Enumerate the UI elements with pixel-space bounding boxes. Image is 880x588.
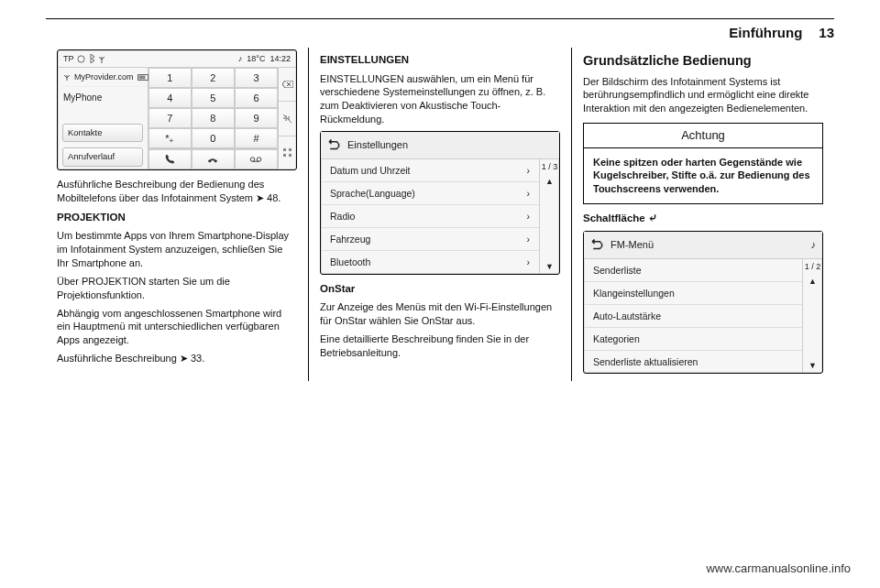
column-3: Grundsätzliche Bedienung Der Bildschirm … — [571, 48, 834, 381]
signal-icon — [77, 55, 85, 63]
chevron-right-icon: › — [527, 210, 531, 223]
fm-scrollbar[interactable]: 1 / 2 ▲ ▼ — [802, 259, 822, 374]
heading-schaltflaeche: Schaltfläche ⤶ — [583, 212, 823, 226]
phone-right-strip — [278, 68, 296, 169]
chevron-right-icon: › — [527, 256, 531, 268]
keypad-toggle-icon[interactable] — [279, 136, 296, 169]
key-1[interactable]: 1 — [148, 68, 192, 88]
page-indicator: 1 / 2 — [805, 259, 821, 274]
bluetooth-icon — [88, 54, 95, 63]
fm-item-kategorien[interactable]: Kategorien — [584, 328, 802, 351]
antenna-icon — [98, 54, 105, 63]
clock: 14:22 — [270, 53, 291, 64]
settings-item-bluetooth[interactable]: Bluetooth› — [321, 251, 539, 273]
settings-title: Einstellungen — [347, 138, 408, 152]
fm-item-klang[interactable]: Klangeinstellungen — [584, 282, 802, 305]
voicemail-button[interactable] — [235, 149, 278, 169]
key-7[interactable]: 7 — [148, 108, 192, 128]
contacts-button[interactable]: Kontakte — [62, 124, 143, 143]
temperature: 18°C — [247, 53, 265, 64]
page-number: 13 — [819, 25, 834, 40]
provider-label: MyProvider.com — [74, 71, 134, 82]
tp-indicator: TP — [63, 53, 74, 64]
key-4[interactable]: 4 — [148, 88, 192, 108]
footer-url: www.carmanualsonline.info — [706, 561, 851, 575]
heading-onstar: OnStar — [320, 282, 560, 297]
svg-point-4 — [251, 158, 255, 161]
column-2: EINSTELLUNGEN EINSTELLUNGEN auswählen, u… — [308, 48, 571, 381]
notice-body: Keine spitzen oder harten Gegenstände wi… — [584, 148, 822, 204]
chevron-right-icon: › — [527, 233, 531, 245]
svg-point-5 — [258, 158, 261, 161]
heading-einstellungen: EINSTELLUNGEN — [320, 53, 560, 68]
mute-icon[interactable] — [279, 102, 296, 136]
fm-item-autolaut[interactable]: Auto-Lautstärke — [584, 305, 802, 328]
settings-title-bar: ⮌ Einstellungen — [321, 132, 559, 159]
settings-item-label: Bluetooth — [330, 256, 370, 268]
svg-rect-8 — [283, 154, 286, 157]
col3-para1: Der Bildschirm des Infotainment Systems … — [583, 75, 823, 116]
chevron-right-icon: › — [527, 164, 531, 177]
fm-title-bar: ⮌ FM-Menü ♪ — [584, 232, 822, 259]
key-2[interactable]: 2 — [192, 68, 235, 88]
scroll-down-icon[interactable]: ▼ — [808, 358, 817, 373]
page-indicator: 1 / 3 — [542, 159, 558, 174]
phone-name: MyPhone — [58, 87, 148, 120]
chevron-right-icon: › — [527, 187, 531, 200]
page-header: Einführung 13 — [46, 19, 834, 48]
settings-item-language[interactable]: Sprache(Language)› — [321, 182, 539, 205]
key-0[interactable]: 0 — [192, 128, 235, 148]
fm-item-label: Senderliste — [593, 264, 642, 277]
key-hash[interactable]: # — [235, 128, 278, 148]
settings-item-datetime[interactable]: Datum und Uhrzeit› — [321, 159, 539, 182]
settings-item-label: Radio — [330, 210, 355, 223]
phone-body: MyProvider.com MyPhone Kontakte Anrufver… — [58, 68, 296, 169]
keypad: 1 2 3 4 5 6 7 8 9 *₊ 0 # — [148, 68, 278, 148]
col1-para2: Um bestimmte Apps von Ihrem Smartphone-D… — [57, 229, 297, 270]
key-6[interactable]: 6 — [235, 88, 278, 108]
settings-item-label: Datum und Uhrzeit — [330, 164, 411, 177]
settings-item-radio[interactable]: Radio› — [321, 205, 539, 228]
back-icon[interactable]: ⮌ — [327, 136, 340, 154]
key-star[interactable]: *₊ — [148, 128, 192, 148]
fm-title: FM-Menü — [610, 238, 654, 252]
key-5[interactable]: 5 — [192, 88, 235, 108]
fm-item-senderliste[interactable]: Senderliste — [584, 259, 802, 282]
settings-scrollbar[interactable]: 1 / 3 ▲ ▼ — [539, 159, 559, 274]
settings-item-label: Fahrzeug — [330, 233, 370, 245]
svg-rect-9 — [289, 154, 292, 157]
scroll-down-icon[interactable]: ▼ — [545, 259, 554, 274]
fm-item-aktualisieren[interactable]: Senderliste aktualisieren — [584, 351, 802, 373]
provider-row: MyProvider.com — [58, 68, 148, 87]
phone-left-pane: MyProvider.com MyPhone Kontakte Anrufver… — [58, 68, 148, 169]
call-history-button[interactable]: Anrufverlauf — [62, 147, 143, 167]
heading-projektion: PROJEKTION — [57, 211, 297, 225]
notice-title: Achtung — [584, 124, 822, 148]
hangup-button[interactable] — [192, 149, 235, 169]
key-8[interactable]: 8 — [192, 108, 235, 128]
col2-para3: Eine detaillierte Beschreibung finden Si… — [320, 332, 560, 360]
back-icon[interactable]: ⮌ — [590, 236, 603, 254]
delete-icon[interactable] — [279, 68, 296, 102]
settings-list: Datum und Uhrzeit› Sprache(Language)› Ra… — [321, 159, 539, 274]
scroll-up-icon[interactable]: ▲ — [808, 274, 817, 289]
svg-point-0 — [77, 55, 83, 61]
status-bar: TP ♪ 18°C 14:22 — [58, 50, 296, 68]
col1-para5: Ausführliche Beschreibung ➤ 33. — [57, 352, 297, 365]
scroll-up-icon[interactable]: ▲ — [545, 174, 554, 189]
call-row — [148, 148, 278, 169]
columns: TP ♪ 18°C 14:22 — [46, 48, 834, 381]
col1-para4: Abhängig vom angeschlossenen Smartphone … — [57, 307, 297, 348]
antenna-small-icon — [63, 73, 71, 81]
section-title: Einführung — [729, 25, 802, 40]
col2-para1: EINSTELLUNGEN auswählen, um ein Menü für… — [320, 72, 560, 126]
key-9[interactable]: 9 — [235, 108, 278, 128]
settings-ui: ⮌ Einstellungen Datum und Uhrzeit› Sprac… — [320, 131, 560, 275]
music-icon: ♪ — [811, 238, 817, 252]
key-3[interactable]: 3 — [235, 68, 278, 88]
settings-item-vehicle[interactable]: Fahrzeug› — [321, 228, 539, 251]
fm-item-label: Senderliste aktualisieren — [593, 355, 698, 368]
col2-para2: Zur Anzeige des Menüs mit den Wi-Fi-Eins… — [320, 300, 560, 328]
call-button[interactable] — [148, 149, 192, 169]
col1-para3: Über PROJEKTION starten Sie um die Proje… — [57, 275, 297, 302]
